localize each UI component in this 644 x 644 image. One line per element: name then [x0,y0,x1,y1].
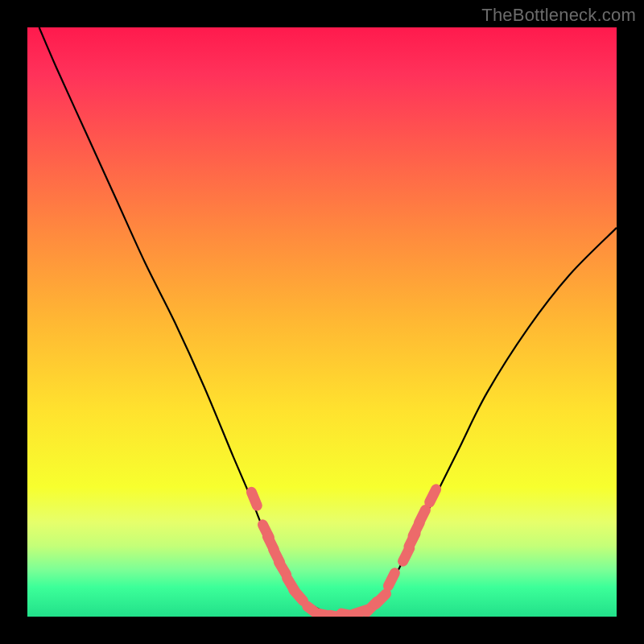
curve-marker [388,573,394,586]
marker-group [251,489,436,617]
curve-marker [251,492,257,506]
chart-frame [27,27,617,617]
bottleneck-chart [27,27,617,617]
curve-marker [294,590,303,601]
curve-marker [376,594,386,605]
curve-marker [279,562,286,574]
brand-watermark: TheBottleneck.com [481,5,636,26]
bottleneck-curve-path [39,27,617,617]
curve-marker [430,489,436,502]
curve-marker [419,510,425,523]
